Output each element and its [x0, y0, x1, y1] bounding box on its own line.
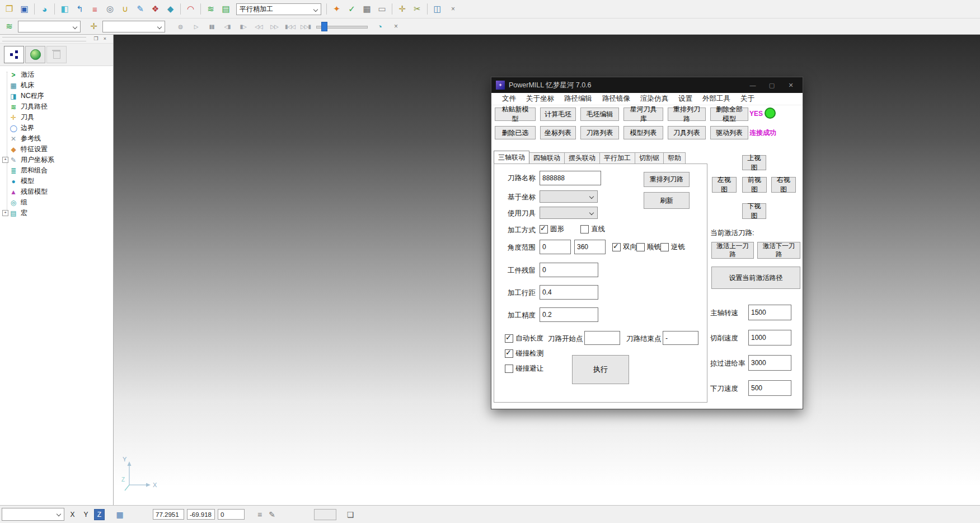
pencil-icon[interactable]: ✎ [266, 509, 278, 520]
menu-item[interactable]: 关于坐标 [521, 94, 559, 104]
clock-icon[interactable]: ◔ [373, 20, 387, 34]
explorer-world-tab[interactable] [25, 46, 45, 63]
menu-item[interactable]: 路径编辑 [559, 94, 597, 104]
explorer-grip[interactable]: ❐ × [0, 35, 113, 44]
toolpath-strategy-icon[interactable]: ↰ [73, 2, 87, 16]
sep[interactable] [326, 3, 327, 15]
grid-icon[interactable]: ▦ [114, 509, 126, 520]
ruler-icon[interactable]: ▭ [375, 2, 389, 16]
action-button[interactable]: 星河刀具库 [623, 108, 663, 121]
axis-y-button[interactable]: Y [81, 509, 91, 520]
coord-z-field[interactable] [218, 509, 245, 520]
toolpath-list-icon[interactable]: ▤ [219, 2, 233, 16]
toolpath-name-input[interactable] [540, 171, 601, 185]
menu-item[interactable]: 渲染仿真 [635, 94, 673, 104]
tree-item-nc-program[interactable]: ◨ NC程序 [3, 91, 113, 101]
pattern-icon[interactable]: ✎ [133, 2, 147, 16]
tab-swivel-head[interactable]: 摆头联动 [564, 152, 600, 164]
tree-item-boundary[interactable]: ◯ 边界 [3, 123, 113, 133]
list-icon[interactable]: ≡ [254, 509, 266, 520]
sep[interactable] [54, 3, 55, 15]
go-start-icon[interactable]: ▮◁◁ [284, 21, 296, 32]
point-distribution-icon[interactable]: ❖ [148, 2, 162, 16]
checkbox-bidirectional[interactable]: 双向 [612, 242, 637, 252]
tab-help[interactable]: 帮助 [663, 152, 686, 164]
sim-speed-slider[interactable] [316, 21, 368, 31]
action-button[interactable]: 驱动列表 [710, 126, 748, 139]
minimize-button[interactable]: — [743, 78, 762, 92]
tree-item-reference-line[interactable]: ✕ 参考线 [3, 133, 113, 144]
step-back-icon[interactable]: ◁▮ [222, 21, 233, 32]
rewind-icon[interactable]: ◁◁ [253, 21, 264, 32]
checkbox-conventional[interactable]: 逆铣 [660, 242, 685, 252]
action-button[interactable]: 刀路列表 [580, 126, 619, 139]
collision-check-icon[interactable]: ◠ [184, 2, 198, 16]
tree-item-model[interactable]: ● 模型 [3, 176, 113, 186]
stock-allowance-input[interactable] [540, 263, 598, 277]
view-bottom-button[interactable]: 下视图 [742, 203, 766, 219]
activate-prev-button[interactable]: 激活上一刀路 [711, 242, 754, 259]
feedrate-icon[interactable]: ≡ [88, 2, 102, 16]
tree-item-machine[interactable]: ▦ 机床 [3, 80, 113, 91]
checkbox-circular[interactable]: 圆形 [540, 225, 564, 234]
coord-combo[interactable] [540, 190, 598, 203]
tab-four-axis[interactable]: 四轴联动 [529, 152, 565, 164]
tree-item-toolpath[interactable]: ≋ 刀具路径 [3, 101, 113, 112]
sep[interactable] [180, 3, 181, 15]
sim-tool-combo[interactable] [102, 21, 165, 32]
menu-item[interactable]: 关于 [735, 94, 759, 104]
explorer-trash-tab[interactable] [46, 46, 67, 63]
close-button[interactable]: ✕ [781, 78, 800, 92]
axis-z-button[interactable]: Z [94, 509, 105, 520]
save-icon[interactable]: ▣ [17, 2, 31, 16]
tree-item-levels[interactable]: ≣ 层和组合 [3, 165, 113, 176]
tree-item-tool[interactable]: ✛ 刀具 [3, 112, 113, 123]
pause-icon[interactable]: ▮▮ [206, 21, 217, 32]
stepover-input[interactable] [540, 285, 598, 300]
open-file-icon[interactable]: ❐ [2, 2, 16, 16]
collision-check-checkbox[interactable]: 碰撞检测 [505, 349, 543, 358]
tool-create-icon[interactable]: ◎ [103, 2, 117, 16]
activate-next-button[interactable]: 激活下一刀路 [757, 242, 800, 259]
panel-float-button[interactable]: ❐ [92, 35, 100, 42]
coord-x-field[interactable] [153, 509, 184, 520]
sep[interactable] [200, 3, 201, 15]
angle-from-input[interactable] [540, 240, 571, 254]
shaded-render-icon[interactable]: ◕ [37, 2, 51, 16]
expander-icon[interactable] [2, 210, 8, 216]
maximize-button[interactable]: ▢ [762, 78, 781, 92]
menu-item[interactable]: 路径镜像 [597, 94, 635, 104]
view-left-button[interactable]: 左视图 [712, 177, 737, 193]
action-button[interactable]: 粘贴新模型 [495, 108, 536, 121]
rearrange-toolpath-button[interactable]: 重排列刀路 [644, 172, 690, 187]
explorer-tree-tab[interactable] [4, 46, 24, 63]
block-icon[interactable]: ◧ [58, 2, 72, 16]
end-point-input[interactable] [663, 331, 698, 345]
sep[interactable] [427, 3, 428, 15]
sim-toolpath-combo[interactable] [18, 21, 81, 32]
set-active-path-button[interactable]: 设置当前激活路径 [711, 267, 800, 289]
tab-parallel[interactable]: 平行加工 [599, 152, 635, 164]
execute-button[interactable]: 执行 [572, 355, 629, 384]
view-top-button[interactable]: 上视图 [742, 155, 766, 170]
tree-item-feature-set[interactable]: ◆ 特征设置 [3, 144, 113, 155]
tree-item-activate[interactable]: > 激活 [3, 69, 113, 80]
expander-icon[interactable] [2, 157, 8, 163]
calculate-toolpath-icon[interactable]: ✦ [330, 2, 344, 16]
sim-toolbar-close-button[interactable]: × [391, 21, 401, 32]
tool-combo[interactable] [540, 207, 598, 219]
tolerance-input[interactable] [540, 307, 598, 322]
action-button[interactable]: 计算毛坯 [540, 108, 576, 121]
sep[interactable] [392, 3, 392, 15]
play-icon[interactable]: ▷ [190, 21, 201, 32]
dialog-titlebar[interactable]: ✦ PowerMILL 忆梦星河 7.0.6 — ▢ ✕ [491, 77, 803, 93]
auto-length-checkbox[interactable]: 自动长度 [505, 334, 543, 343]
tree-item-stock-model[interactable]: ▲ 残留模型 [3, 186, 113, 197]
status-combo[interactable] [2, 508, 64, 521]
angle-to-input[interactable] [574, 240, 606, 254]
transform-icon[interactable]: ✂ [410, 2, 424, 16]
axis-x-button[interactable]: X [67, 509, 78, 520]
refresh-button[interactable]: 刷新 [644, 192, 690, 209]
menu-item[interactable]: 文件 [497, 94, 521, 104]
step-forward-icon[interactable]: ▮▷ [237, 21, 248, 32]
